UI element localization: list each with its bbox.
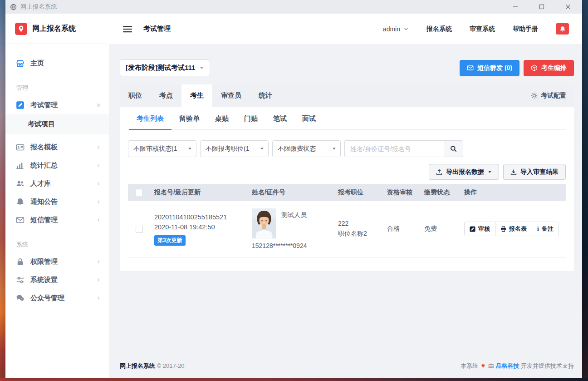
minimize-button[interactable]	[510, 2, 520, 12]
row-checkbox[interactable]	[136, 226, 143, 233]
tab-exam-site[interactable]: 考点	[151, 84, 181, 107]
review-button[interactable]: 审核	[465, 222, 495, 236]
pay-status-select[interactable]: 不限缴费状态	[272, 140, 341, 157]
col-pay: 缴费状态	[421, 184, 461, 201]
caret-down-icon	[260, 147, 264, 151]
candidate-subtabs: 考生列表 留验单 桌贴 门贴 笔试 面试	[128, 107, 566, 130]
nav-link-audit-system[interactable]: 审查系统	[470, 25, 495, 33]
subtab-candidate-list[interactable]: 考生列表	[129, 107, 172, 130]
sidebar-item-reg-template[interactable]: 报名模板	[5, 138, 109, 156]
subtab-interview[interactable]: 面试	[294, 107, 323, 130]
exam-tabs: 职位 考点 考生 审查员 统计 考试配置	[120, 84, 574, 107]
sidebar-item-exam-project[interactable]: 考试项目	[5, 114, 109, 134]
sliders-icon	[16, 276, 24, 284]
subtab-written-exam[interactable]: 笔试	[265, 107, 294, 130]
window-titlebar: 网上报名系统	[5, 0, 582, 14]
row-actions: 审核 报名表 i 备注	[464, 222, 559, 236]
subtab-door-label[interactable]: 门贴	[236, 107, 265, 130]
sidebar-item-notice[interactable]: 通知公告	[5, 193, 109, 211]
sidebar-item-stats[interactable]: 统计汇总	[5, 156, 109, 174]
chevron-left-icon	[96, 144, 102, 150]
sidebar-section-system: 系统	[5, 241, 109, 249]
caret-down-icon	[188, 147, 192, 151]
pay-status-value: 不限缴费状态	[278, 145, 316, 153]
tab-candidates[interactable]: 考生	[181, 84, 212, 107]
tab-reviewers[interactable]: 审查员	[212, 84, 250, 107]
chevron-left-icon	[96, 295, 102, 301]
candidate-search-input[interactable]	[344, 140, 444, 157]
table-header-row: 报名号/最后更新 姓名/证件号 报考职位 资格审核 缴费状态 操作	[128, 184, 566, 201]
envelope-icon	[16, 216, 24, 224]
col-name-id: 姓名/证件号	[248, 184, 334, 201]
page-title: 考试管理	[143, 25, 171, 33]
caret-down-icon	[488, 170, 492, 174]
remark-label: 备注	[542, 225, 554, 233]
chevron-left-icon	[96, 277, 102, 283]
hamburger-icon[interactable]	[123, 25, 132, 33]
sidebar-item-permission[interactable]: 权限管理	[5, 252, 109, 271]
desktop-wallpaper-left	[0, 0, 5, 381]
position-value: 不限报考职位(1	[206, 145, 249, 153]
brand: 网上报名系统	[5, 14, 109, 44]
exam-config-label: 考试配置	[541, 92, 566, 100]
exam-select-dropdown[interactable]: [发布阶段]测试考试111	[120, 59, 210, 76]
tab-statistics[interactable]: 统计	[250, 84, 281, 107]
nav-link-reg-system[interactable]: 报名系统	[426, 25, 452, 33]
maximize-button[interactable]	[537, 2, 547, 12]
arrange-candidates-button[interactable]: 考生编排	[524, 60, 574, 76]
audit-status-value: 不限审核状态(1	[133, 145, 177, 153]
caret-down-icon	[332, 147, 336, 151]
position-name: 职位名称2	[338, 229, 380, 239]
col-position: 报考职位	[334, 184, 383, 201]
tab-position[interactable]: 职位	[120, 84, 151, 107]
audit-status-select[interactable]: 不限审核状态(1	[128, 140, 196, 157]
export-data-button[interactable]: 导出报名数据	[429, 164, 499, 180]
sidebar-item-label: 考试项目	[28, 120, 55, 129]
footer-company-link[interactable]: 品格科技	[495, 362, 519, 369]
nav-link-help-manual[interactable]: 帮助手册	[513, 25, 538, 33]
sidebar-item-sms-manage[interactable]: 短信管理	[5, 211, 109, 229]
remark-button[interactable]: i 备注	[532, 222, 559, 236]
arrange-candidates-label: 考生编排	[541, 64, 567, 72]
audit-status: 合格	[383, 201, 421, 257]
window-title: 网上报名系统	[20, 3, 57, 11]
select-all-checkbox[interactable]	[136, 189, 143, 196]
sidebar-item-label: 考试管理	[30, 101, 58, 109]
username: admin	[383, 25, 400, 33]
import-results-button[interactable]: 导入审查结果	[503, 164, 566, 180]
exam-config-button[interactable]: 考试配置	[531, 84, 574, 107]
users-icon	[16, 179, 24, 188]
sidebar-item-exam-manage[interactable]: 考试管理	[5, 96, 109, 114]
heart-icon: ♥	[481, 362, 485, 369]
footer-brand: 网上报名系统	[120, 362, 155, 369]
sidebar-item-label: 报名模板	[30, 143, 58, 152]
registration-form-label: 报名表	[509, 225, 527, 233]
sidebar-item-label: 人才库	[30, 179, 51, 188]
close-button[interactable]	[563, 2, 573, 12]
globe-icon	[10, 4, 17, 10]
sms-broadcast-button[interactable]: 短信群发 (0)	[460, 60, 519, 76]
sidebar-item-talent-pool[interactable]: 人才库	[5, 174, 109, 193]
brand-pin-icon	[15, 23, 27, 35]
subtab-desk-label[interactable]: 桌贴	[207, 107, 236, 130]
home-icon	[16, 59, 24, 68]
sidebar-item-wechat-manage[interactable]: 公众号管理	[5, 289, 109, 307]
sidebar-item-home[interactable]: 主页	[5, 54, 109, 72]
chevron-left-icon	[96, 199, 102, 205]
registration-form-button[interactable]: 报名表	[495, 222, 532, 236]
notification-bell-button[interactable]	[556, 23, 569, 35]
search-button[interactable]	[444, 140, 463, 157]
brand-name: 网上报名系统	[32, 24, 76, 34]
sidebar-item-label: 权限管理	[30, 257, 58, 266]
subtab-retention-slip[interactable]: 留验单	[172, 107, 207, 130]
sidebar-item-system-setting[interactable]: 系统设置	[5, 271, 109, 289]
chevron-left-icon	[96, 217, 102, 223]
app-window: 网上报名系统 网上报名系统 主页 管理	[5, 0, 582, 378]
user-dropdown[interactable]: admin	[383, 25, 409, 33]
bar-chart-icon	[16, 161, 24, 170]
position-select[interactable]: 不限报考职位(1	[200, 140, 269, 157]
candidates-table: 报名号/最后更新 姓名/证件号 报考职位 资格审核 缴费状态 操作	[128, 184, 566, 257]
sidebar-item-label: 系统设置	[30, 276, 58, 284]
upload-icon	[436, 169, 442, 175]
content-area: [发布阶段]测试考试111 短信群发 (0) 考生编排 职	[109, 44, 582, 378]
